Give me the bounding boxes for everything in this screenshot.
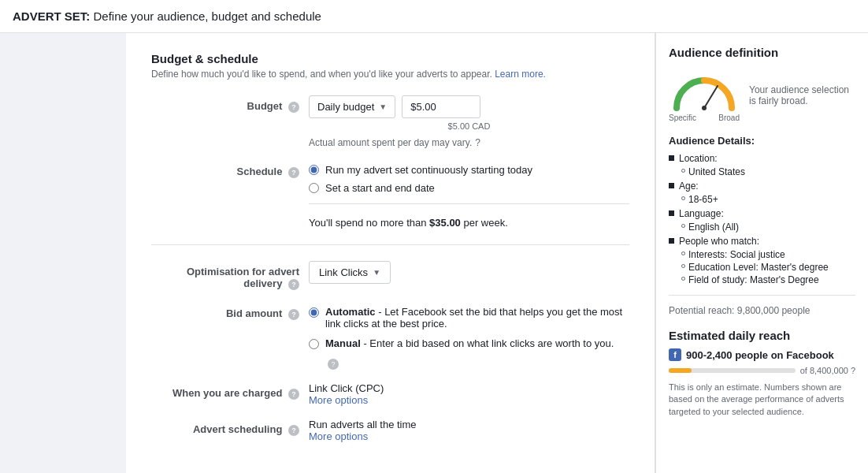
budget-row: Budget ? Daily budget ▼ $5.00 CAD Actual… — [151, 95, 629, 148]
bullet-icon-2 — [669, 183, 674, 188]
location-item: Location: — [669, 153, 855, 164]
budget-cad: $5.00 CAD — [309, 121, 629, 131]
field-value: Field of study: Master's Degree — [681, 274, 855, 285]
circle-bullet-icon-3 — [681, 224, 685, 228]
bid-options: Automatic - Let Facebook set the bid tha… — [309, 306, 629, 370]
people-match-sub: Interests: Social justice Education Leve… — [681, 249, 855, 285]
gauge-visual — [669, 69, 740, 112]
svg-point-1 — [702, 106, 707, 110]
when-charged-content: Link Click (CPC) More options — [309, 382, 629, 406]
page-header: ADVERT SET: Define your audience, budget… — [0, 0, 868, 33]
svg-line-0 — [704, 86, 718, 108]
reach-info-icon[interactable]: ? — [851, 366, 855, 375]
facebook-icon: f — [669, 348, 681, 361]
bid-content: Automatic - Let Facebook set the bid tha… — [309, 303, 629, 370]
bid-auto-option: Automatic - Let Facebook set the bid tha… — [309, 306, 629, 330]
divider-1 — [151, 244, 629, 245]
bid-info-icon[interactable]: ? — [288, 309, 299, 320]
advert-scheduling-row: Advert scheduling ? Run adverts all the … — [151, 419, 629, 442]
schedule-row: Schedule ? Run my advert set continuousl… — [151, 161, 629, 229]
optimisation-dropdown[interactable]: Link Clicks ▼ — [309, 261, 391, 284]
bid-manual-option: Manual - Enter a bid based on what link … — [309, 337, 629, 349]
bid-manual-input[interactable] — [309, 339, 319, 349]
radio-continuous-input[interactable] — [309, 165, 319, 175]
fb-reach-row: f 900-2,400 people on Facebook — [669, 348, 855, 361]
section-title: Budget & schedule — [151, 52, 629, 65]
budget-amount-input[interactable] — [402, 95, 480, 118]
audience-details-title: Audience Details: — [669, 135, 855, 147]
gauge-labels: Specific Broad — [669, 114, 740, 122]
spend-note: You'll spend no more than $35.00 per wee… — [309, 203, 629, 229]
advert-scheduling-label: Advert scheduling ? — [151, 419, 309, 436]
people-match-item: People who match: — [669, 236, 855, 247]
optimisation-info-icon[interactable]: ? — [288, 279, 299, 290]
reach-bar-container: of 8,400,000 ? — [669, 366, 855, 375]
section-desc: Define how much you'd like to spend, and… — [151, 69, 629, 80]
bid-label: Bid amount ? — [151, 303, 309, 320]
circle-bullet-icon-6 — [681, 277, 685, 281]
language-sub: English (All) — [681, 222, 855, 233]
age-item: Age: — [669, 181, 855, 192]
advert-scheduling-value: Run adverts all the time — [309, 419, 629, 430]
when-charged-row: When you are charged ? Link Click (CPC) … — [151, 382, 629, 406]
when-charged-info-icon[interactable]: ? — [288, 389, 299, 400]
bid-row: Bid amount ? Automatic - Let Facebook se… — [151, 303, 629, 370]
left-sidebar — [0, 33, 126, 473]
advert-scheduling-info-icon[interactable]: ? — [288, 425, 299, 436]
bid-manual-info-icon[interactable]: ? — [328, 359, 339, 370]
location-value: United States — [681, 166, 855, 177]
budget-label: Budget ? — [151, 95, 309, 113]
bullet-icon-4 — [669, 238, 674, 244]
gauge-container: Specific Broad Your audience selection i… — [669, 69, 855, 122]
circle-bullet-icon-5 — [681, 264, 685, 268]
circle-bullet-icon-4 — [681, 251, 685, 255]
bullet-icon — [669, 155, 674, 161]
reach-bar-fill — [669, 368, 692, 373]
audience-definition-title: Audience definition — [669, 46, 855, 59]
optimisation-row: Optimisation for advert delivery ? Link … — [151, 261, 629, 290]
right-sidebar: Audience definition — [655, 33, 868, 473]
estimated-reach-title: Estimated daily reach — [669, 329, 855, 342]
potential-reach: Potential reach: 9,800,000 people — [669, 295, 855, 316]
chevron-down-icon: ▼ — [379, 102, 387, 111]
schedule-label: Schedule ? — [151, 161, 309, 178]
language-item: Language: — [669, 208, 855, 219]
header-prefix: ADVERT SET: — [13, 9, 90, 23]
schedule-radio-group: Run my advert set continuously starting … — [309, 164, 629, 194]
education-value: Education Level: Master's degree — [681, 262, 855, 273]
age-value: 18-65+ — [681, 194, 855, 205]
vary-info-icon[interactable]: ? — [475, 137, 480, 148]
location-sub: United States — [681, 166, 855, 177]
optimisation-content: Link Clicks ▼ — [309, 261, 629, 284]
reach-bar-label: of 8,400,000 ? — [800, 366, 855, 375]
more-options-link-1[interactable]: More options — [309, 394, 368, 406]
gauge-desc: Your audience selection is fairly broad. — [749, 84, 855, 106]
reach-bar-track — [669, 368, 796, 373]
learn-more-link[interactable]: Learn more. — [495, 69, 546, 80]
radio-continuous: Run my advert set continuously starting … — [309, 164, 629, 176]
bid-auto-desc: Automatic - Let Facebook set the bid tha… — [325, 306, 629, 330]
radio-startend-input[interactable] — [309, 183, 319, 193]
bid-auto-input[interactable] — [309, 307, 319, 318]
schedule-content: Run my advert set continuously starting … — [309, 161, 629, 229]
header-title: Define your audience, budget and schedul… — [94, 9, 321, 23]
more-options-link-2[interactable]: More options — [309, 430, 368, 442]
schedule-info-icon[interactable]: ? — [288, 167, 299, 178]
content-area: Budget & schedule Define how much you'd … — [126, 33, 655, 473]
reach-value: 900-2,400 people on Facebook — [686, 349, 834, 361]
when-charged-value: Link Click (CPC) — [309, 382, 629, 394]
when-charged-label: When you are charged ? — [151, 382, 309, 400]
budget-info-icon[interactable]: ? — [288, 102, 299, 113]
optimisation-label: Optimisation for advert delivery ? — [151, 261, 309, 290]
advert-scheduling-content: Run adverts all the time More options — [309, 419, 629, 442]
circle-bullet-icon — [681, 169, 685, 173]
age-sub: 18-65+ — [681, 194, 855, 205]
bullet-icon-3 — [669, 210, 674, 216]
radio-startend: Set a start and end date — [309, 182, 629, 194]
budget-content: Daily budget ▼ $5.00 CAD Actual amount s… — [309, 95, 629, 148]
interests-value: Interests: Social justice — [681, 249, 855, 260]
budget-type-dropdown[interactable]: Daily budget ▼ — [309, 95, 395, 118]
reach-note: This is only an estimate. Numbers shown … — [669, 382, 855, 418]
vary-note: Actual amount spent per day may vary. ? — [309, 137, 629, 148]
circle-bullet-icon-2 — [681, 196, 685, 200]
